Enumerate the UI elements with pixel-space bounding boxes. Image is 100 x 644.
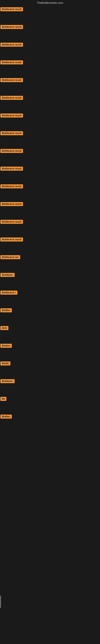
bottleneck-badge[interactable]: Bottleneck r [0, 290, 17, 295]
bottleneck-badge[interactable]: Bottlen [0, 308, 12, 312]
list-item: Bottlenec [0, 379, 100, 384]
list-item: Bott [0, 326, 100, 331]
bottleneck-badge[interactable]: Bottlenec [0, 379, 15, 383]
bottleneck-badge[interactable]: Bottleneck result [0, 60, 23, 64]
list-item: Bottlen [0, 343, 100, 349]
list-item: Bottleneck result [0, 148, 100, 154]
list-item: Bottleneck result [0, 202, 100, 207]
bottleneck-badge[interactable]: Bottleneck result [0, 114, 23, 118]
bottleneck-badge[interactable]: Bottleneck res [0, 255, 20, 259]
list-item: Bottleneck result [0, 60, 100, 66]
bottleneck-badge[interactable]: Bottlen [0, 344, 12, 348]
list-item: Bottleneck result [0, 42, 100, 48]
list-item: Bottleneck result [0, 113, 100, 119]
bottleneck-badge[interactable]: Bottleneck result [0, 43, 23, 47]
bottleneck-badge[interactable]: Bott [0, 326, 8, 330]
list-item: Bottleneck result [0, 237, 100, 243]
bottleneck-badge[interactable]: Bottleneck result [0, 220, 23, 224]
list-item: Bottleneck res [0, 255, 100, 260]
list-item: Bottleneck result [0, 7, 100, 12]
list-item: Bottlen [0, 308, 100, 314]
list-item: Bottleneck result [0, 131, 100, 136]
list-item: Bottleneck result [0, 78, 100, 83]
bottleneck-badge[interactable]: Bottleneck result [0, 131, 23, 135]
bottleneck-badge[interactable]: Bottlenec [0, 273, 15, 277]
list-item: Bottleneck result [0, 219, 100, 225]
bottleneck-badge[interactable]: Bottle [0, 362, 10, 366]
bottleneck-badge[interactable]: Bottleneck result [0, 238, 23, 242]
bottleneck-badge[interactable]: Bottleneck result [0, 167, 23, 171]
list-item: Bottleneck result [0, 184, 100, 190]
bottleneck-badge[interactable]: Bottleneck result [0, 25, 23, 29]
bottleneck-badge[interactable]: Bottleneck result [0, 7, 23, 11]
bottleneck-badge[interactable]: Bottleneck result [0, 149, 23, 153]
list-item: Bo [0, 396, 100, 402]
site-title: TheBottlenecker.com [0, 0, 100, 6]
list-item: Bottleneck result [0, 96, 100, 101]
list-item: Bottlenec [0, 272, 100, 278]
list-item: Bottleneck result [0, 24, 100, 30]
list-item: Bottleneck r [0, 290, 100, 296]
list-item: Bottlen [0, 414, 100, 420]
bottleneck-badge[interactable]: Bottleneck result [0, 202, 23, 206]
bottleneck-badge[interactable]: Bottleneck result [0, 78, 23, 82]
cursor-line [0, 596, 1, 608]
bottleneck-badge[interactable]: Bottleneck result [0, 184, 23, 188]
bottleneck-badge[interactable]: Bo [0, 397, 6, 401]
bottleneck-badge[interactable]: Bottlen [0, 414, 12, 418]
list-item: Bottle [0, 361, 100, 367]
list-item: Bottleneck result [0, 166, 100, 172]
bottleneck-badge[interactable]: Bottleneck result [0, 96, 23, 100]
